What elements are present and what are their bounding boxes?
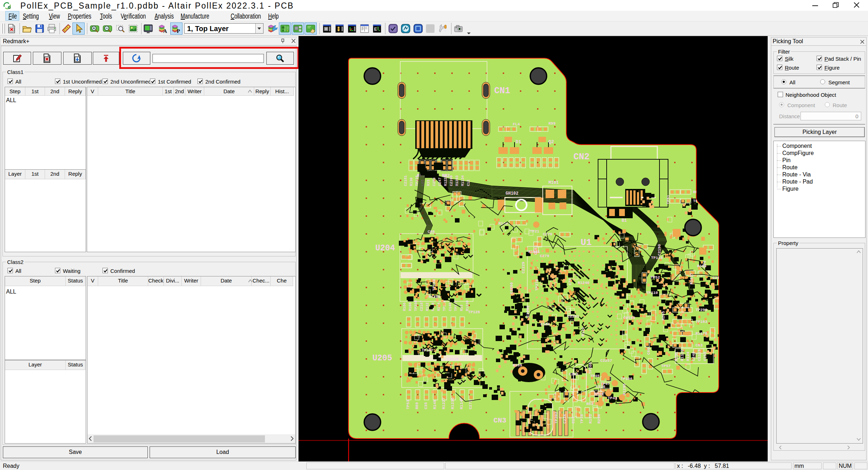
svg-text:C2229: C2229	[521, 262, 526, 274]
svg-text:R1285: R1285	[429, 295, 441, 299]
svg-text:CN3: CN3	[493, 416, 506, 425]
svg-text:C248: C248	[692, 351, 696, 361]
svg-text:TP126: TP126	[468, 310, 480, 314]
svg-text:R130: R130	[410, 178, 413, 186]
svg-text:TP52: TP52	[651, 275, 660, 280]
svg-text:C2181: C2181	[404, 175, 408, 186]
svg-text:R1134: R1134	[461, 175, 465, 186]
svg-text:TP57: TP57	[661, 364, 671, 368]
svg-text:C66: C66	[647, 348, 651, 355]
svg-text:C253: C253	[569, 372, 578, 376]
svg-text:R99: R99	[548, 121, 556, 126]
svg-text:TP259: TP259	[414, 300, 418, 311]
svg-text:TP15: TP15	[580, 414, 584, 424]
svg-text:TP44: TP44	[594, 392, 604, 396]
svg-text:R1227: R1227	[442, 398, 446, 409]
svg-text:C272: C272	[468, 400, 473, 409]
svg-text:C228: C228	[596, 385, 606, 389]
svg-text:TP61: TP61	[666, 195, 671, 204]
svg-text:TP110: TP110	[646, 291, 658, 295]
svg-text:R131: R131	[674, 351, 679, 361]
svg-text:C2210: C2210	[447, 357, 458, 361]
svg-text:TP275: TP275	[535, 279, 539, 291]
svg-text:C2190: C2190	[657, 244, 662, 256]
svg-text:C2160: C2160	[623, 316, 635, 320]
svg-text:C13: C13	[571, 416, 576, 424]
svg-text:TP202: TP202	[554, 412, 558, 424]
svg-text:U1: U1	[581, 237, 592, 248]
svg-text:P: P	[177, 28, 180, 34]
svg-text:C35: C35	[424, 402, 428, 409]
svg-text:P: P	[9, 6, 10, 9]
svg-text:E: E	[374, 27, 377, 32]
svg-text:R186: R186	[403, 302, 407, 311]
svg-text:R169: R169	[513, 363, 522, 368]
svg-text:TP115: TP115	[651, 256, 663, 260]
svg-text:C2257: C2257	[600, 359, 612, 363]
svg-text:C247: C247	[438, 178, 442, 186]
svg-text:CN2: CN2	[573, 152, 589, 162]
svg-text:C2201: C2201	[567, 314, 579, 319]
svg-text:TP205: TP205	[588, 362, 593, 374]
svg-text:R53: R53	[586, 402, 593, 406]
svg-text:TP106: TP106	[621, 377, 632, 381]
svg-text:Q2: Q2	[548, 139, 554, 145]
svg-text:R149: R149	[433, 400, 437, 409]
svg-text:R33: R33	[427, 180, 431, 186]
svg-text:R265: R265	[661, 311, 666, 321]
svg-text:C88: C88	[428, 230, 435, 234]
svg-text:R1263: R1263	[455, 175, 459, 186]
svg-text:C256: C256	[703, 352, 707, 361]
svg-text:C2167: C2167	[420, 300, 424, 311]
svg-text:R111: R111	[581, 327, 585, 336]
svg-text:C76: C76	[703, 261, 707, 268]
svg-text:R1295: R1295	[622, 383, 627, 395]
svg-text:R1122: R1122	[680, 349, 684, 361]
svg-text:B1: B1	[622, 218, 627, 223]
svg-text:R1222: R1222	[444, 175, 448, 186]
svg-text:TP43: TP43	[608, 396, 617, 400]
svg-text:R124: R124	[686, 351, 690, 361]
svg-text:R1240: R1240	[578, 281, 589, 285]
svg-text:C214: C214	[563, 414, 567, 424]
svg-text:C2292: C2292	[526, 305, 530, 317]
svg-text:C253: C253	[432, 178, 436, 186]
svg-text:R1217: R1217	[689, 273, 694, 285]
svg-text:C2109: C2109	[450, 175, 453, 186]
svg-text:R294: R294	[597, 414, 601, 424]
svg-text:TP140: TP140	[432, 279, 437, 291]
svg-text:TP45: TP45	[590, 374, 600, 378]
svg-text:U204: U204	[375, 244, 395, 253]
svg-text:C168: C168	[541, 322, 550, 326]
svg-text:D1: D1	[516, 139, 521, 145]
svg-text:C63: C63	[696, 343, 703, 348]
svg-text:A: A	[163, 28, 167, 34]
svg-text:R1236: R1236	[451, 398, 455, 409]
svg-text:TP53: TP53	[406, 400, 410, 409]
svg-text:CN1: CN1	[494, 86, 510, 96]
svg-text:C2260: C2260	[510, 282, 514, 294]
svg-text:C12: C12	[467, 180, 471, 186]
svg-text:R193: R193	[588, 414, 593, 424]
svg-text:FL4: FL4	[513, 122, 520, 126]
svg-text:C140: C140	[448, 302, 452, 311]
svg-text:TP107: TP107	[422, 348, 433, 352]
svg-text:C279: C279	[540, 254, 549, 258]
svg-text:R1121: R1121	[528, 250, 540, 254]
svg-text:M101: M101	[548, 180, 559, 185]
svg-text:R1178: R1178	[696, 331, 707, 336]
svg-text:R166: R166	[408, 302, 412, 311]
svg-text:C270: C270	[543, 232, 552, 236]
svg-text:TP299: TP299	[696, 308, 707, 312]
svg-text:C2119: C2119	[697, 349, 702, 361]
svg-text:R122: R122	[426, 302, 430, 311]
svg-text:R13: R13	[460, 305, 464, 311]
svg-text:U205: U205	[372, 354, 392, 363]
svg-text:R1230: R1230	[466, 300, 470, 311]
svg-text:R89: R89	[415, 402, 419, 409]
svg-text:C76: C76	[568, 278, 572, 285]
svg-text:TP177: TP177	[454, 300, 458, 311]
svg-text:GH102: GH102	[506, 191, 518, 196]
svg-text:TP21: TP21	[530, 229, 540, 234]
svg-text:TP163: TP163	[696, 320, 707, 324]
